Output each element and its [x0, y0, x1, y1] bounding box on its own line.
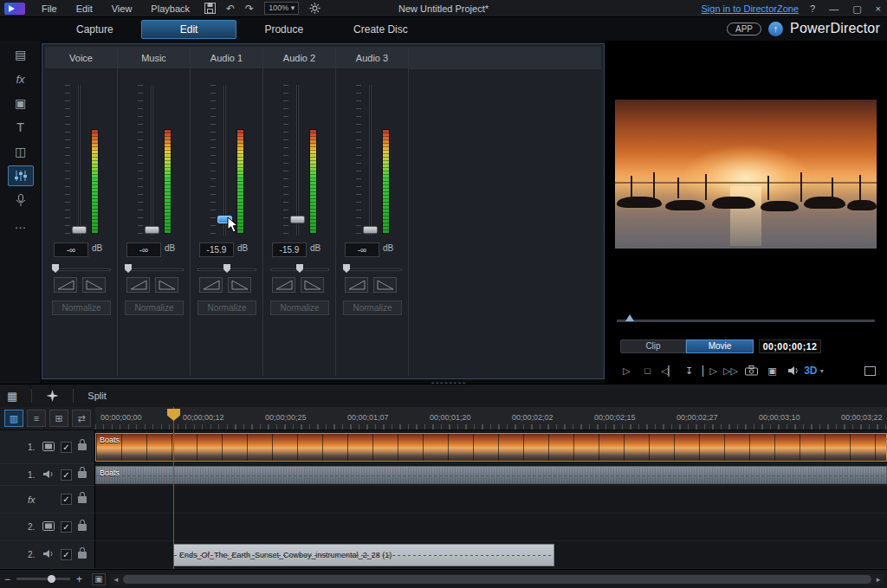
- track-enable-checkbox[interactable]: ✓: [61, 494, 72, 505]
- timeline-ruler[interactable]: 00;00;00;00 00;00;00;12 00;00;00;25 00;0…: [95, 407, 887, 430]
- audio-clip-boats[interactable]: Boats: [95, 466, 887, 484]
- pan-slider[interactable]: [343, 264, 402, 275]
- maximize-button[interactable]: ▢: [850, 3, 864, 15]
- menu-file[interactable]: File: [32, 0, 67, 17]
- zoom-level-select[interactable]: 100% ▾: [264, 2, 299, 15]
- clip-mode-button[interactable]: Clip: [620, 339, 686, 353]
- tab-capture[interactable]: Capture: [54, 20, 136, 39]
- pan-handle[interactable]: [296, 264, 303, 273]
- timeline-zoom-out-button[interactable]: −: [0, 573, 15, 585]
- track-lock-icon[interactable]: [78, 471, 87, 478]
- fade-in-button[interactable]: [345, 277, 368, 293]
- music-clip[interactable]: Ends_Of_The_Earth_Sunset_Cowboy_instrume…: [173, 544, 554, 566]
- previous-frame-button[interactable]: ◁▏: [658, 361, 678, 380]
- extract-window-button[interactable]: ▣: [762, 361, 782, 380]
- normalize-button[interactable]: Normalize: [197, 300, 256, 315]
- menu-playback[interactable]: Playback: [141, 0, 199, 17]
- normalize-button[interactable]: Normalize: [125, 300, 184, 315]
- play-button[interactable]: ▷: [617, 361, 637, 380]
- normalize-button[interactable]: Normalize: [52, 300, 111, 315]
- preview-seek-slider[interactable]: [617, 320, 875, 322]
- save-icon[interactable]: [204, 3, 216, 14]
- audio-mixing-room-icon[interactable]: [8, 165, 34, 186]
- timeline-zoom-slider[interactable]: [16, 578, 70, 580]
- tab-create-disc[interactable]: Create Disc: [331, 20, 431, 39]
- track-enable-checkbox[interactable]: ✓: [61, 521, 72, 533]
- pan-slider[interactable]: [52, 264, 111, 275]
- fader-handle[interactable]: [72, 226, 87, 234]
- volume-fader[interactable]: [146, 85, 158, 236]
- storyboard-view-button[interactable]: ≡: [27, 410, 46, 427]
- fade-out-button[interactable]: [228, 277, 251, 293]
- settings-gear-icon[interactable]: [309, 3, 320, 14]
- next-frame-button[interactable]: ▏▷: [700, 361, 720, 380]
- help-button[interactable]: ?: [807, 3, 818, 14]
- subtitle-room-icon[interactable]: …: [8, 214, 34, 235]
- stop-button[interactable]: □: [638, 361, 657, 380]
- fader-handle[interactable]: [290, 216, 305, 223]
- magic-tools-wand-icon[interactable]: [39, 386, 66, 405]
- redo-icon[interactable]: ↷: [245, 3, 254, 15]
- voiceover-room-icon[interactable]: [8, 190, 34, 210]
- fade-out-button[interactable]: [82, 277, 106, 293]
- pan-handle[interactable]: [52, 264, 59, 273]
- pan-slider[interactable]: [270, 264, 329, 275]
- transition-room-icon[interactable]: ◫: [8, 141, 34, 162]
- effect-room-icon[interactable]: fx: [8, 68, 34, 89]
- close-button[interactable]: ×: [873, 3, 884, 14]
- snapshot-camera-icon[interactable]: [741, 361, 761, 380]
- volume-fader[interactable]: [73, 85, 85, 236]
- scroll-left-arrow[interactable]: ◂: [111, 575, 121, 584]
- track-lock-icon[interactable]: [78, 443, 87, 450]
- pan-slider[interactable]: [125, 264, 184, 275]
- fullscreen-button[interactable]: [860, 361, 880, 380]
- fade-out-button[interactable]: [301, 277, 324, 293]
- fade-out-button[interactable]: [373, 277, 397, 293]
- pan-handle[interactable]: [125, 264, 132, 273]
- signin-directorzone-link[interactable]: Sign in to DirectorZone: [702, 3, 800, 14]
- seek-handle[interactable]: [625, 314, 634, 321]
- fader-handle[interactable]: [145, 226, 159, 234]
- track-enable-checkbox[interactable]: ✓: [61, 442, 72, 453]
- movie-mode-button[interactable]: Movie: [686, 339, 754, 353]
- fade-in-button[interactable]: [126, 277, 150, 293]
- fade-out-button[interactable]: [155, 277, 178, 293]
- normalize-button[interactable]: Normalize: [343, 300, 402, 315]
- volume-fader[interactable]: [364, 85, 376, 236]
- fit-timeline-button[interactable]: ▣: [92, 573, 106, 585]
- undo-icon[interactable]: ↶: [226, 3, 235, 15]
- track-enable-checkbox[interactable]: ✓: [61, 549, 72, 560]
- split-button[interactable]: Split: [81, 386, 113, 405]
- fit-range-icon[interactable]: ⇄: [72, 410, 91, 427]
- video-clip-boats[interactable]: Boats: [95, 433, 887, 462]
- tab-edit[interactable]: Edit: [141, 20, 237, 39]
- timeline-horizontal-scrollbar[interactable]: ◂ ▸: [111, 574, 884, 585]
- scrollbar-thumb[interactable]: [123, 575, 871, 584]
- minimize-button[interactable]: —: [826, 3, 841, 14]
- track-lock-icon[interactable]: [78, 524, 87, 531]
- pan-handle[interactable]: [223, 264, 230, 273]
- media-room-icon[interactable]: ▤: [8, 44, 34, 65]
- fader-handle[interactable]: [217, 216, 232, 223]
- timeline-view-button[interactable]: ▥: [4, 410, 23, 427]
- timecode-display[interactable]: 00;00;00;12: [759, 339, 821, 353]
- track-manager-icon[interactable]: ▦: [0, 386, 24, 405]
- pip-objects-room-icon[interactable]: ▣: [8, 93, 34, 113]
- volume-fader[interactable]: [291, 85, 303, 236]
- fader-handle[interactable]: [363, 226, 378, 234]
- fade-in-button[interactable]: [272, 277, 295, 293]
- pan-handle[interactable]: [343, 264, 350, 273]
- track-lock-icon[interactable]: [78, 552, 87, 559]
- zoom-slider-handle[interactable]: [48, 575, 55, 583]
- add-track-button[interactable]: ⊞: [49, 410, 68, 427]
- scroll-right-arrow[interactable]: ▸: [873, 575, 884, 584]
- tab-produce[interactable]: Produce: [242, 20, 326, 39]
- normalize-button[interactable]: Normalize: [270, 300, 329, 315]
- volume-icon[interactable]: [783, 361, 803, 380]
- capture-button[interactable]: ↧: [679, 361, 699, 380]
- title-room-icon[interactable]: T: [8, 117, 34, 138]
- fast-forward-button[interactable]: ▷▷: [721, 361, 741, 380]
- menu-edit[interactable]: Edit: [67, 0, 102, 17]
- upgrade-icon[interactable]: ↑: [768, 22, 783, 36]
- pan-slider[interactable]: [197, 264, 256, 275]
